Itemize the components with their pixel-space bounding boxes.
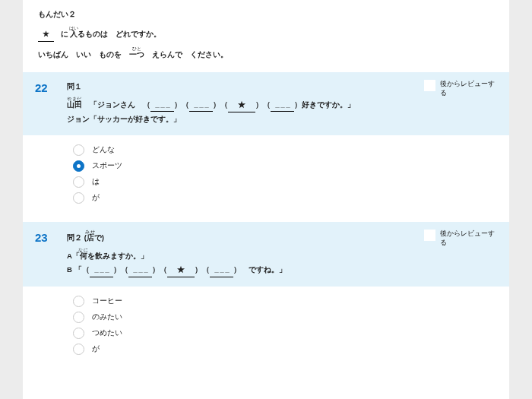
fill-blank: ＿＿＿ bbox=[150, 100, 174, 112]
radio-icon[interactable] bbox=[73, 312, 84, 323]
instructions-block: もんだい２ ★ に 入はいるものは どれですか。 いちばん いい ものを 一つひ… bbox=[23, 8, 509, 72]
option-label: は bbox=[92, 177, 100, 187]
fill-blank: ＿＿＿ bbox=[128, 264, 152, 277]
option-row[interactable]: のみたい bbox=[73, 312, 509, 323]
radio-icon[interactable] bbox=[73, 144, 84, 156]
radio-icon[interactable] bbox=[73, 160, 84, 172]
option-row[interactable]: コーヒー bbox=[73, 296, 509, 307]
review-later[interactable]: 後からレビューする bbox=[424, 230, 500, 248]
ruby-mise: 店みせ bbox=[87, 233, 94, 242]
question-number: 23 bbox=[32, 230, 67, 244]
option-label: のみたい bbox=[92, 312, 122, 322]
option-label: コーヒー bbox=[92, 296, 122, 306]
ruby-hitotsu: 一つひと bbox=[129, 50, 144, 59]
star-slot-sample: ★ bbox=[38, 27, 54, 42]
question-label: 問１ bbox=[67, 80, 409, 93]
fill-blank: ＿＿＿ bbox=[90, 264, 113, 277]
question-line: ジョン「サッカーが好きです。」 bbox=[67, 112, 409, 126]
star-blank: ★ bbox=[167, 263, 195, 277]
question-header: 23問２ (店みせで)A「何なにを飲みますか。」B 「（＿＿＿）（＿＿＿）（ ★… bbox=[23, 222, 509, 287]
exam-page: もんだい２ ★ に 入はいるものは どれですか。 いちばん いい ものを 一つひ… bbox=[23, 0, 509, 399]
question-header: 22問１山田やまだ 「ジョンさん （＿＿＿）（＿＿＿）（ ★ ）（＿＿＿）好きで… bbox=[23, 72, 509, 135]
option-row[interactable]: スポーツ bbox=[73, 160, 509, 172]
fill-blank: ＿＿＿ bbox=[189, 100, 213, 112]
radio-icon[interactable] bbox=[73, 328, 84, 339]
review-checkbox[interactable] bbox=[424, 80, 435, 91]
option-label: が bbox=[92, 344, 100, 354]
review-later[interactable]: 後からレビューする bbox=[424, 80, 500, 98]
option-label: つめたい bbox=[92, 328, 122, 338]
option-row[interactable]: つめたい bbox=[73, 328, 509, 339]
fill-blank: ＿＿＿ bbox=[271, 100, 294, 112]
option-row[interactable]: が bbox=[73, 192, 509, 204]
review-label: 後からレビューする bbox=[440, 80, 500, 98]
option-label: スポーツ bbox=[92, 161, 122, 171]
star-blank: ★ bbox=[228, 98, 255, 112]
question-label: 問２ (店みせで) bbox=[67, 230, 409, 245]
question-line: A「何なにを飲みますか。」 bbox=[67, 248, 409, 263]
option-row[interactable]: は bbox=[73, 176, 509, 188]
question-block: 23問２ (店みせで)A「何なにを飲みますか。」B 「（＿＿＿）（＿＿＿）（ ★… bbox=[23, 222, 509, 370]
radio-icon[interactable] bbox=[73, 192, 84, 204]
option-label: どんな bbox=[92, 145, 115, 155]
ruby-word: 山田やまだ bbox=[67, 100, 82, 109]
fill-blank: ＿＿＿ bbox=[210, 264, 233, 277]
question-block: 22問１山田やまだ 「ジョンさん （＿＿＿）（＿＿＿）（ ★ ）（＿＿＿）好きで… bbox=[23, 72, 509, 222]
option-row[interactable]: どんな bbox=[73, 144, 509, 156]
options-list: コーヒーのみたいつめたいが bbox=[23, 287, 509, 370]
radio-icon[interactable] bbox=[73, 344, 84, 355]
ruby-hairu: 入はい bbox=[70, 30, 78, 38]
radio-icon[interactable] bbox=[73, 176, 84, 188]
question-line: B 「（＿＿＿）（＿＿＿）（ ★ ）（＿＿＿） ですね。」 bbox=[67, 263, 409, 277]
section-title: もんだい２ bbox=[38, 8, 494, 21]
options-list: どんなスポーツはが bbox=[23, 135, 509, 219]
option-row[interactable]: が bbox=[73, 344, 509, 355]
review-checkbox[interactable] bbox=[424, 230, 435, 241]
instruction-line-2: いちばん いい ものを 一つひと えらんで ください。 bbox=[38, 46, 494, 62]
option-label: が bbox=[92, 193, 100, 203]
radio-icon[interactable] bbox=[73, 296, 84, 307]
question-line: 山田やまだ 「ジョンさん （＿＿＿）（＿＿＿）（ ★ ）（＿＿＿）好きですか。」 bbox=[67, 97, 409, 112]
question-number: 22 bbox=[32, 80, 67, 94]
instruction-line-1: ★ に 入はいるものは どれですか。 bbox=[38, 26, 494, 42]
ruby-word: 何なに bbox=[80, 252, 87, 260]
review-label: 後からレビューする bbox=[440, 230, 500, 248]
